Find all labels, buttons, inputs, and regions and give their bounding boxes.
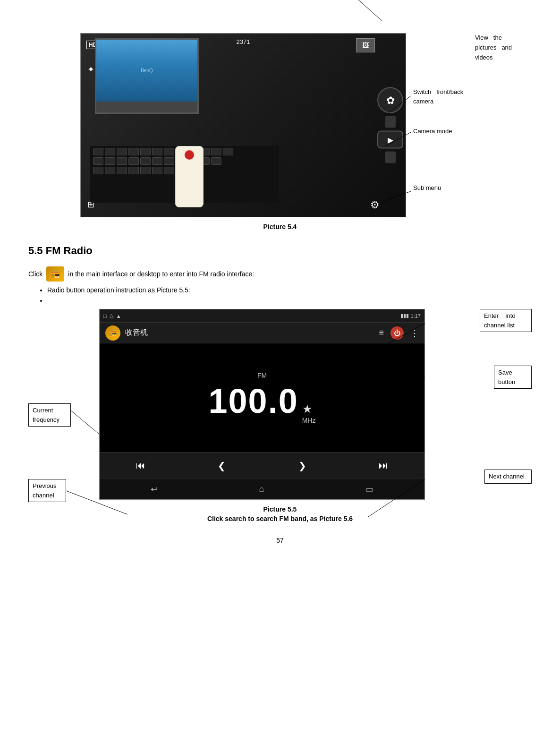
flash-icon: ✦ [87,64,94,75]
camera-mode-label: Camera mode [413,128,452,135]
gear-icon[interactable]: ⚙ [370,199,380,211]
fm-frequency-number: 100.0 [209,382,298,420]
fm-frequency-label: FM [257,372,267,379]
save-button-box: Save button [494,366,532,389]
fm-app-logo: 📻 [105,325,120,341]
svg-line-6 [71,410,99,434]
fm-bullet-list: Radio button operation instruction as Pi… [47,286,532,304]
previous-channel-button[interactable]: ⏮ [127,456,155,475]
status-time: 1:17 [411,313,421,319]
status-icon-1: □ [103,313,107,319]
fm-app-info: 📻 收音机 [105,325,148,341]
seek-down-button[interactable]: ❮ [208,456,235,475]
home-nav-icon[interactable]: ⌂ [259,484,264,494]
page-number: 57 [28,537,532,544]
favorite-star-icon[interactable]: ★ [302,402,313,416]
fm-bottom-caption: Click search to search FM band, as Pictu… [28,515,532,522]
fm-diagram-wrapper: Enter into channel list Save button Curr… [28,309,532,500]
fm-app-name: 收音机 [125,328,148,338]
next-channel-button[interactable]: ⏭ [369,456,398,475]
fm-screenshot: □ △ ▲ ▮▮▮ 1:17 📻 收音机 [99,309,425,500]
monitor-display: BenQ [95,38,199,114]
previous-channel-box: Previous channel [28,479,66,502]
fm-bullet-item-1: Radio button operation instruction as Pi… [47,286,532,294]
fm-status-right: ▮▮▮ 1:17 [400,313,421,319]
fm-main-display: FM 100.0 ★ MHz [100,343,424,452]
sub-menu-label: Sub menu [413,184,441,191]
fm-bottom-bar: ⏮ ❮ ❯ ⏭ [100,452,424,479]
recents-nav-icon[interactable]: ▭ [365,484,373,495]
camera-section: camera shooting mode View the pictures a… [28,33,532,231]
fm-system-nav: ↩ ⌂ ▭ [100,479,424,499]
fm-radio-app-icon: 📻 [46,266,64,282]
battery-icon: ▮▮▮ [400,313,409,319]
fm-title-controls: ≡ ⏻ ⋮ [379,326,419,340]
more-options-icon[interactable]: ⋮ [410,328,419,338]
fm-frequency-display: 100.0 ★ MHz [209,382,316,424]
remote-display [175,146,204,207]
timer-readout: 2371 [237,38,250,45]
switch-camera-label: Switch front/back camera [413,87,463,106]
power-button[interactable]: ⏻ [390,326,404,340]
fm-status-bar: □ △ ▲ ▮▮▮ 1:17 [100,309,424,323]
gallery-icon[interactable]: 🖼 [356,38,375,52]
camera-side-btn2[interactable] [385,152,396,163]
fm-title-bar: 📻 收音机 ≡ ⏻ ⋮ [100,323,424,343]
fm-status-left: □ △ ▲ [103,313,121,319]
camera-screenshot: HDR 2371 🖼 ✦ ⊞ BenQ [80,33,406,217]
camera-picture-caption: Picture 5.4 [28,223,532,231]
fm-section: 5.5 FM Radio Click 📻 in the main interfa… [28,245,532,522]
back-nav-icon[interactable]: ↩ [151,484,158,495]
fm-picture-caption: Picture 5.5 [28,505,532,513]
status-icon-2: △ [110,313,113,319]
next-channel-box: Next channel [484,470,532,484]
fm-intro-text: Click 📻 in the main interface or desktop… [28,266,532,282]
video-mode-btn[interactable]: ▶ [377,131,403,149]
fm-bullet-item-2 [47,297,532,304]
enter-channel-list-box: Enter into channel list [480,309,532,332]
channel-list-icon[interactable]: ≡ [379,328,384,338]
fm-section-title: 5.5 FM Radio [28,245,532,257]
svg-line-0 [340,0,382,21]
camera-annotations: Switch front/back camera Camera mode Sub… [413,33,493,217]
fm-frequency-unit: MHz [302,417,316,424]
camera-switch-btn[interactable]: ✿ [377,87,403,113]
seek-up-button[interactable]: ❯ [289,456,316,475]
current-frequency-box: Current frequency [28,403,71,427]
camera-side-btn1[interactable] [385,116,396,128]
status-icon-3: ▲ [116,313,121,319]
